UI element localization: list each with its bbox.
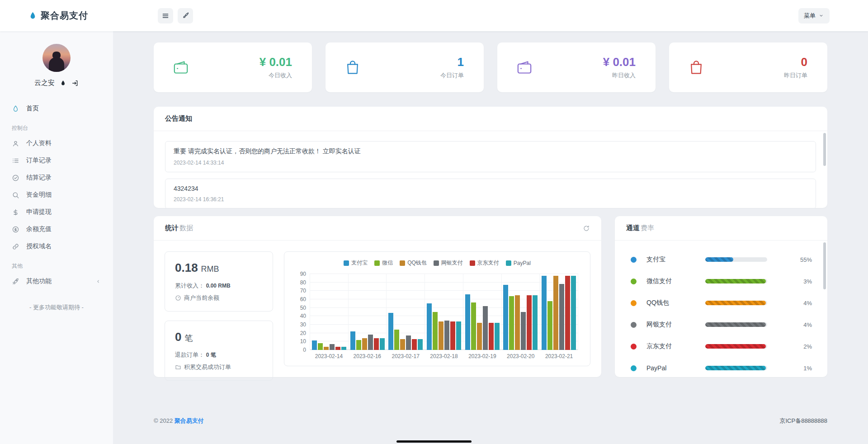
drop-icon bbox=[12, 105, 19, 113]
bar[interactable] bbox=[439, 321, 443, 350]
avatar[interactable] bbox=[42, 44, 71, 72]
sidebar-item[interactable]: 授权域名 bbox=[0, 238, 113, 255]
bar[interactable] bbox=[542, 276, 547, 350]
bar[interactable] bbox=[356, 340, 361, 350]
bar[interactable] bbox=[380, 338, 385, 350]
logout-icon[interactable] bbox=[71, 80, 79, 87]
bar[interactable] bbox=[324, 347, 329, 350]
statistics-title-light: 数据 bbox=[179, 224, 193, 232]
channel-rates-scrollbar[interactable] bbox=[823, 242, 826, 289]
bar[interactable] bbox=[362, 338, 367, 350]
bar[interactable] bbox=[547, 301, 552, 350]
legend-item[interactable]: PayPal bbox=[506, 259, 531, 267]
legend-item[interactable]: 京东支付 bbox=[470, 259, 499, 267]
bar[interactable] bbox=[489, 323, 494, 350]
bar[interactable] bbox=[318, 343, 323, 350]
bar[interactable] bbox=[450, 321, 455, 350]
bar[interactable] bbox=[350, 331, 355, 350]
legend-label: 网银支付 bbox=[441, 259, 463, 267]
legend-item[interactable]: 支付宝 bbox=[344, 259, 368, 267]
announcements-scrollbar[interactable] bbox=[823, 133, 826, 166]
bar[interactable] bbox=[509, 296, 514, 350]
legend-item[interactable]: 网银支付 bbox=[434, 259, 463, 267]
bar[interactable] bbox=[471, 302, 476, 350]
theme-brush-button[interactable] bbox=[178, 8, 193, 24]
app-logo: 聚合易支付 bbox=[0, 9, 113, 22]
announcement-item[interactable]: 重要 请完成实名认证，否则您的商户无法正常收款！ 立即实名认证2023-02-1… bbox=[165, 141, 816, 172]
sidebar-item[interactable]: 其他功能 bbox=[0, 273, 113, 290]
sidebar-item[interactable]: 结算记录 bbox=[0, 169, 113, 186]
announcement-item[interactable]: 43242342023-02-14 16:36:21 bbox=[165, 179, 816, 208]
bar[interactable] bbox=[553, 276, 558, 350]
channel-progress-bar bbox=[705, 279, 767, 283]
bar[interactable] bbox=[571, 276, 576, 350]
sidebar-item[interactable]: 资金明细 bbox=[0, 186, 113, 203]
bar[interactable] bbox=[368, 335, 373, 350]
bar[interactable] bbox=[559, 284, 564, 350]
bar-group bbox=[310, 274, 349, 350]
sidebar-item[interactable]: 余额充值 bbox=[0, 221, 113, 238]
announcement-time: 2023-02-14 16:36:21 bbox=[174, 196, 807, 203]
bar[interactable] bbox=[341, 347, 346, 350]
summary-line3: 积累交易成功订单 bbox=[175, 363, 263, 371]
bar[interactable] bbox=[456, 321, 461, 350]
bar[interactable] bbox=[433, 312, 438, 350]
bar[interactable] bbox=[374, 338, 379, 350]
bar[interactable] bbox=[527, 295, 532, 350]
bar[interactable] bbox=[444, 321, 449, 350]
menu-dropdown-button[interactable]: 菜单 bbox=[798, 8, 830, 24]
legend-swatch bbox=[470, 260, 475, 266]
stat-label: 昨日订单 bbox=[784, 71, 807, 80]
drop-icon[interactable] bbox=[60, 80, 66, 86]
channel-rate: 2% bbox=[803, 343, 812, 350]
bar[interactable] bbox=[312, 340, 317, 350]
channel-dot bbox=[631, 344, 637, 350]
channel-row: 支付宝55% bbox=[631, 249, 812, 270]
bar[interactable] bbox=[483, 306, 488, 350]
bar[interactable] bbox=[330, 344, 335, 350]
summary-card: 0.18RMB累计收入： 0.00 RMB商户当前余额 bbox=[165, 251, 273, 312]
bar[interactable] bbox=[427, 303, 432, 350]
bar[interactable] bbox=[477, 323, 482, 350]
sidebar-item-label: 余额充值 bbox=[26, 225, 52, 233]
bar[interactable] bbox=[412, 339, 417, 350]
bar-chart: 支付宝微信QQ钱包网银支付京东支付PayPal 0102030405060708… bbox=[284, 251, 590, 366]
sidebar-item[interactable]: 订单记录 bbox=[0, 152, 113, 169]
bar[interactable] bbox=[406, 335, 411, 350]
announcements-title: 公告通知 bbox=[165, 114, 192, 123]
bar[interactable] bbox=[418, 339, 423, 350]
sidebar-footer-note: - 更多功能敬请期待 - bbox=[0, 303, 113, 312]
bar[interactable] bbox=[335, 347, 340, 350]
legend-label: PayPal bbox=[514, 260, 531, 266]
bar[interactable] bbox=[565, 276, 570, 350]
sidebar-item-home[interactable]: 首页 bbox=[0, 100, 113, 117]
refresh-icon[interactable] bbox=[583, 225, 590, 232]
legend-item[interactable]: QQ钱包 bbox=[400, 259, 427, 267]
sidebar-item-label: 首页 bbox=[26, 104, 39, 113]
bar[interactable] bbox=[394, 330, 399, 350]
icp-number: 京ICP备88888888 bbox=[779, 417, 827, 425]
bar-group bbox=[463, 274, 502, 350]
bar[interactable] bbox=[495, 323, 500, 350]
x-axis-tick-label: 2023-02-19 bbox=[463, 353, 501, 359]
bar[interactable] bbox=[465, 294, 470, 350]
bar[interactable] bbox=[521, 312, 526, 350]
channel-dot bbox=[631, 322, 637, 328]
channel-progress-bar bbox=[705, 301, 767, 305]
bar[interactable] bbox=[533, 295, 538, 350]
x-axis-tick-label: 2023-02-16 bbox=[348, 353, 387, 359]
bar[interactable] bbox=[503, 285, 508, 350]
sidebar-item[interactable]: 申请提现 bbox=[0, 203, 113, 221]
copyright-link[interactable]: 聚合易支付 bbox=[175, 417, 204, 424]
sidebar-section-label: 其他 bbox=[12, 262, 101, 270]
bar[interactable] bbox=[388, 313, 393, 350]
sidebar-item-label: 申请提现 bbox=[26, 208, 52, 216]
sidebar-item[interactable]: 个人资料 bbox=[0, 135, 113, 152]
legend-item[interactable]: 微信 bbox=[374, 259, 393, 267]
channel-rates-title-bold: 通道 bbox=[626, 224, 640, 232]
bar[interactable] bbox=[515, 295, 520, 350]
collapse-sidebar-button[interactable] bbox=[158, 8, 173, 24]
bar[interactable] bbox=[400, 339, 405, 350]
y-axis-tick-label: 10 bbox=[294, 338, 306, 345]
y-axis-tick-label: 60 bbox=[294, 296, 306, 302]
